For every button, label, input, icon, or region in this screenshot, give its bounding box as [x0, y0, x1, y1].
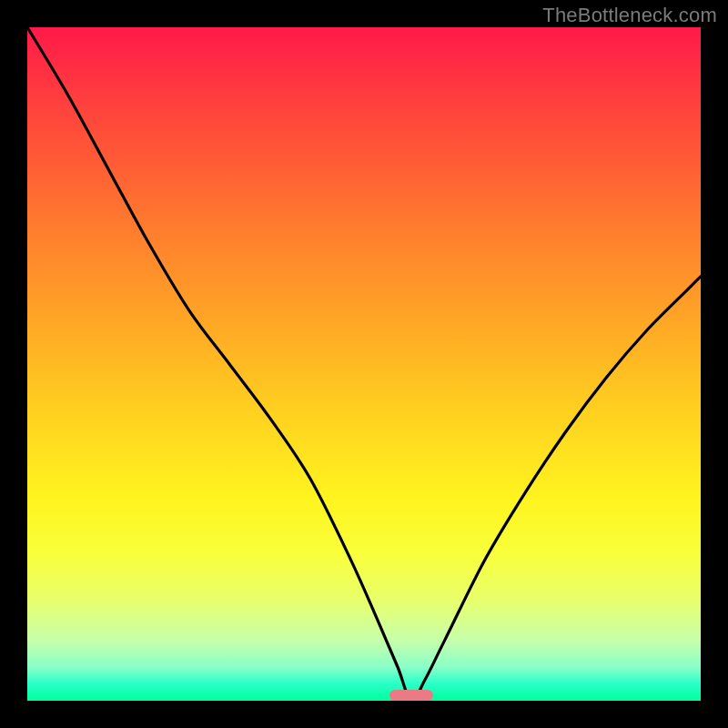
plot-area [27, 27, 701, 701]
optimal-marker [389, 690, 433, 701]
chart-frame: TheBottleneck.com [0, 0, 728, 728]
bottleneck-curve [27, 27, 701, 701]
attribution-label: TheBottleneck.com [542, 4, 717, 27]
